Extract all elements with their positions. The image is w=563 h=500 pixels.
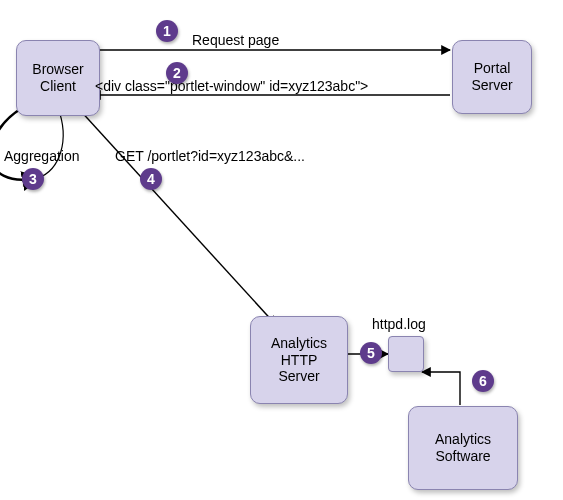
node-analytics-software-label: Analytics Software — [435, 431, 491, 465]
edge-aggregation-loop-b — [38, 108, 63, 178]
badge-4: 4 — [140, 168, 162, 190]
node-httpd-log-box — [388, 336, 424, 372]
label-httpd-log: httpd.log — [372, 316, 426, 332]
edge-software-to-log — [422, 372, 460, 405]
badge-1: 1 — [156, 20, 178, 42]
label-get-portlet: GET /portlet?id=xyz123abc&... — [115, 148, 305, 164]
node-analytics-http-server: Analytics HTTP Server — [250, 316, 348, 404]
diagram-stage: { "nodes": { "browser_client": "Browser\… — [0, 0, 563, 500]
badge-5: 5 — [360, 342, 382, 364]
badge-2: 2 — [166, 62, 188, 84]
node-portal-server: Portal Server — [452, 40, 532, 114]
label-aggregation: Aggregation — [4, 148, 80, 164]
node-portal-server-label: Portal Server — [471, 60, 512, 94]
label-request-page: Request page — [192, 32, 279, 48]
node-browser-client-label: Browser Client — [32, 61, 83, 95]
badge-3: 3 — [22, 168, 44, 190]
node-browser-client: Browser Client — [16, 40, 100, 116]
node-analytics-http-server-label: Analytics HTTP Server — [271, 335, 327, 385]
badge-6: 6 — [472, 370, 494, 392]
label-div-response: <div class="portlet-window" id=xyz123abc… — [95, 78, 368, 94]
node-analytics-software: Analytics Software — [408, 406, 518, 490]
edge-get-portlet — [78, 108, 276, 325]
